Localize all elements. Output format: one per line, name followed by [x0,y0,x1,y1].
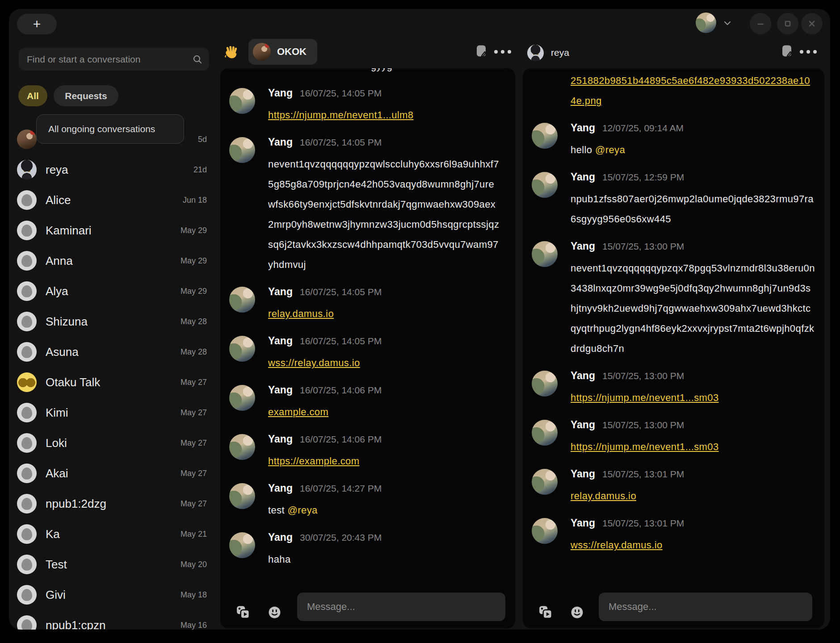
emoji-icon[interactable] [268,606,282,620]
message-timestamp: 16/07/25, 14:06 PM [300,385,382,396]
avatar[interactable] [229,336,255,362]
note-edit-icon[interactable] [781,45,793,58]
avatar [17,160,37,180]
conversation-item-alya[interactable]: AlyaMay 29 [9,276,216,306]
avatar [17,372,37,392]
emoji-icon[interactable] [571,606,585,620]
message-link[interactable]: relay.damus.io [571,490,636,501]
avatar[interactable] [532,518,558,544]
avatar[interactable] [229,137,255,163]
conversation-time: 21d [193,165,207,175]
media-attach-icon[interactable] [538,605,553,619]
current-user-avatar[interactable] [696,13,716,33]
message-input[interactable] [599,593,812,621]
conversation-item-anna[interactable]: AnnaMay 29 [9,246,216,276]
tab-requests[interactable]: Requests [54,85,118,106]
mention-link[interactable]: @reya [288,505,318,516]
message-link[interactable]: wss://relay.damus.io [268,357,360,368]
message-body: Yang15/07/25, 13:00 PMnevent1qvzqqqqqqyp… [571,240,815,359]
search-box [19,48,209,71]
conversation-item-akai[interactable]: AkaiMay 27 [9,458,216,489]
conversation-name: Alya [46,284,181,298]
message-content: relay.damus.io [268,304,500,324]
conversation-name: npub1:2dzg [46,497,181,511]
conversation-item-kaminari[interactable]: KaminariMay 29 [9,215,216,246]
new-conversation-button[interactable]: + [17,14,57,34]
conversation-time: 5d [198,135,207,144]
avatar[interactable] [229,385,255,411]
conversation-item-kimi[interactable]: KimiMay 27 [9,397,216,428]
message-link[interactable]: example.com [268,406,328,418]
message-timestamp: 15/07/25, 13:01 PM [602,518,684,529]
avatar [17,312,37,331]
conversation-item-shizuna[interactable]: ShizunaMay 28 [9,306,216,337]
conversation-item-npub1-cpzn[interactable]: npub1:cpznMay 16 [9,610,216,630]
avatar[interactable] [229,532,255,558]
tab-all[interactable]: All [18,85,47,106]
message-timestamp: 30/07/25, 20:43 PM [300,532,382,543]
avatar[interactable] [229,88,255,114]
note-edit-icon[interactable] [475,45,487,58]
avatar [17,190,37,210]
message-content: wss://relay.damus.io [571,535,815,555]
conversation-item-givi[interactable]: GiviMay 18 [9,580,216,610]
chevron-down-icon[interactable] [722,18,733,29]
more-options-icon[interactable] [492,48,513,55]
conversation-item-alice[interactable]: AliceJun 18 [9,185,216,215]
avatar [17,433,37,453]
message-link[interactable]: https://example.com [268,455,359,467]
media-attach-icon[interactable] [236,605,250,619]
message-timestamp: 15/07/25, 13:00 PM [602,420,684,430]
message-sender: Yang [571,171,595,183]
conversation-item-reya[interactable]: reya21d [9,154,216,185]
message-input[interactable] [297,593,505,621]
avatar[interactable] [229,434,255,460]
avatar[interactable] [532,420,558,446]
chat-title-reya[interactable]: reya [527,44,569,61]
conversation-name: reya [46,163,193,177]
avatar[interactable] [532,469,558,495]
search-input[interactable] [19,48,209,71]
message-content: https://njump.me/nevent1...sm03 [571,437,815,457]
avatar[interactable] [532,172,558,198]
clipped-message: f8dd769e762fe83393d6f13386/7e7119fc6b07e… [571,68,815,111]
message-link[interactable]: https://njump.me/nevent1...ulm8 [268,109,413,121]
avatar[interactable] [532,241,558,267]
message-link[interactable]: https://njump.me/nevent1...sm03 [571,441,719,452]
minimize-button[interactable] [750,13,771,34]
message-sender: Yang [571,240,595,252]
message-sender: Yang [571,122,595,134]
message-timestamp: 15/07/25, 12:59 PM [602,172,684,183]
avatar[interactable] [229,483,255,509]
conversation-item-asuna[interactable]: AsunaMay 28 [9,337,216,367]
avatar[interactable] [532,371,558,397]
chat-title-chip-okok[interactable]: OKOK [248,39,317,65]
conversation-item-ka[interactable]: KaMay 21 [9,519,216,549]
conversation-item-test[interactable]: TestMay 20 [9,549,216,580]
message-link[interactable]: wss://relay.damus.io [571,539,663,551]
message: Yang15/07/25, 13:00 PMnevent1qvzqqqqqqyp… [532,240,813,359]
message-sender: Yang [268,286,293,298]
message-link[interactable]: https://njump.me/nevent1...sm03 [571,392,719,403]
conversation-item-otaku-talk[interactable]: Otaku TalkMay 27 [9,367,216,397]
message-link[interactable]: f8dd769e762fe83393d6f13386/7e7119fc6b07e… [571,68,815,106]
message: Yang15/07/25, 13:00 PMhttps://njump.me/n… [532,370,813,408]
message: Yang16/07/25, 14:05 PMwss://relay.damus.… [229,335,504,373]
maximize-button[interactable] [777,13,798,34]
message-body: Yang16/07/25, 14:05 PMrelay.damus.io [268,286,500,324]
avatar [17,281,37,301]
message-link[interactable]: relay.damus.io [268,308,334,319]
close-button[interactable] [801,13,823,34]
avatar[interactable] [229,287,255,313]
mention-link[interactable]: @reya [595,144,625,155]
avatar[interactable] [532,123,558,149]
conversation-time: May 27 [181,438,207,448]
message-text: test [268,505,288,516]
avatar [17,585,37,605]
conversation-item-npub1-2dzg[interactable]: npub1:2dzgMay 27 [9,489,216,519]
message-sender: Yang [268,433,293,445]
message-body: Yang16/07/25, 14:05 PMhttps://njump.me/n… [268,87,500,125]
chat-title: reya [551,47,569,58]
conversation-item-loki[interactable]: LokiMay 27 [9,428,216,458]
more-options-icon[interactable] [798,48,819,55]
